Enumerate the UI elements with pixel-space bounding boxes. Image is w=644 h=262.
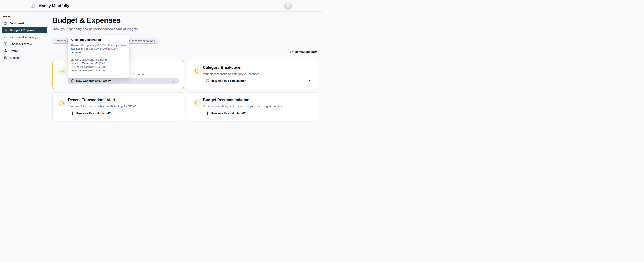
panel-left-icon — [31, 4, 35, 8]
page-title: Budget & Expenses — [52, 16, 120, 24]
icon-tile — [193, 99, 201, 107]
tooltip-body: This month's spending ($3,850.00) compar… — [71, 43, 126, 72]
sidebar-item-dashboard[interactable]: Dashboard — [2, 20, 47, 26]
how-calculated-row[interactable]: How was this calculated? — [203, 77, 314, 84]
sidebar-item-budget-expense[interactable]: Budget & Expense — [2, 27, 47, 33]
how-calculated-label: How was this calculated? — [211, 79, 246, 82]
category-breakdown-card: Category Breakdown Your highest spending… — [187, 60, 319, 89]
card-description: You have 9 transactions this month total… — [68, 105, 137, 108]
sidebar-toggle-button[interactable] — [31, 4, 35, 8]
repeat-icon — [194, 69, 199, 73]
info-icon — [71, 79, 74, 82]
app-header: Money Mindfully — [0, 0, 322, 12]
chevron-right-icon — [308, 111, 311, 115]
gear-icon — [4, 56, 8, 59]
dashboard-icon — [4, 21, 8, 25]
sidebar-item-settings[interactable]: Settings — [2, 54, 47, 61]
sidebar-item-label: Settings — [10, 56, 20, 59]
budget-recommendations-card: Budget Recommendations Set up custom bud… — [187, 92, 319, 121]
icon-tile — [58, 99, 66, 107]
sidebar-item-label: Budget & Expense — [10, 28, 35, 32]
card-description: Set up custom budget alerts to track you… — [203, 105, 284, 108]
info-icon — [71, 111, 74, 115]
user-icon — [4, 49, 8, 53]
chevron-right-icon — [173, 111, 176, 115]
sidebar: Menu Dashboard Budget & Expense — [0, 12, 49, 131]
sidebar-nav: Dashboard Budget & Expense Investment & … — [0, 20, 49, 61]
icon-tile — [58, 67, 66, 75]
tooltip-title: AI Insight Explanation — [71, 38, 126, 41]
card-title: Category Breakdown — [203, 65, 241, 70]
sidebar-item-label: Profile — [10, 49, 18, 52]
ai-insight-tooltip: AI Insight Explanation This month's spen… — [68, 35, 129, 78]
how-calculated-label: How was this calculated? — [76, 111, 111, 115]
card-title: Budget Recommendations — [203, 98, 252, 102]
info-icon — [206, 111, 209, 115]
bell-icon — [194, 101, 199, 106]
how-calculated-label: How was this calculated? — [211, 111, 246, 115]
tab-product-recommendations[interactable]: ct Recommendations — [128, 38, 155, 43]
how-calculated-row[interactable]: How was this calculated? — [68, 78, 179, 84]
bar-chart-icon — [4, 28, 8, 32]
sidebar-item-investment-savings[interactable]: Investment & Savings — [2, 34, 47, 40]
book-open-icon — [4, 42, 8, 46]
refresh-insights-button[interactable]: Refresh Insights — [288, 49, 319, 55]
how-calculated-row[interactable]: How was this calculated? — [68, 110, 179, 116]
chevron-right-icon — [172, 79, 176, 82]
sidebar-item-label: Financial Literacy — [10, 42, 32, 46]
refresh-icon — [290, 50, 293, 53]
refresh-insights-label: Refresh Insights — [295, 50, 318, 53]
sidebar-item-label: Investment & Savings — [10, 35, 38, 39]
piggy-bank-icon — [4, 35, 8, 39]
trending-up-icon — [60, 69, 64, 73]
sidebar-item-financial-literacy[interactable]: Financial Literacy — [2, 41, 47, 47]
sidebar-item-profile[interactable]: Profile — [2, 47, 47, 54]
how-calculated-label: How was this calculated? — [76, 79, 111, 82]
alert-circle-icon — [60, 101, 64, 106]
info-icon — [206, 79, 209, 82]
chevron-right-icon — [308, 79, 311, 82]
card-description: Your highest spending category is undefi… — [203, 72, 260, 75]
how-calculated-row[interactable]: How was this calculated? — [203, 110, 314, 116]
card-title: Recent Transactions Alert — [68, 98, 115, 102]
sidebar-menu-label: Menu — [3, 15, 49, 18]
recent-transactions-card: Recent Transactions Alert You have 9 tra… — [52, 92, 184, 121]
sidebar-item-label: Dashboard — [10, 22, 24, 25]
page-subtitle: Track your spending and get personalized… — [52, 27, 138, 31]
card-description: to last month. — [130, 72, 147, 76]
icon-tile — [193, 67, 201, 75]
tab-expense-analysis[interactable]: Expense A — [56, 38, 69, 43]
app-title: Money Mindfully — [38, 3, 70, 8]
user-avatar[interactable] — [284, 2, 292, 9]
